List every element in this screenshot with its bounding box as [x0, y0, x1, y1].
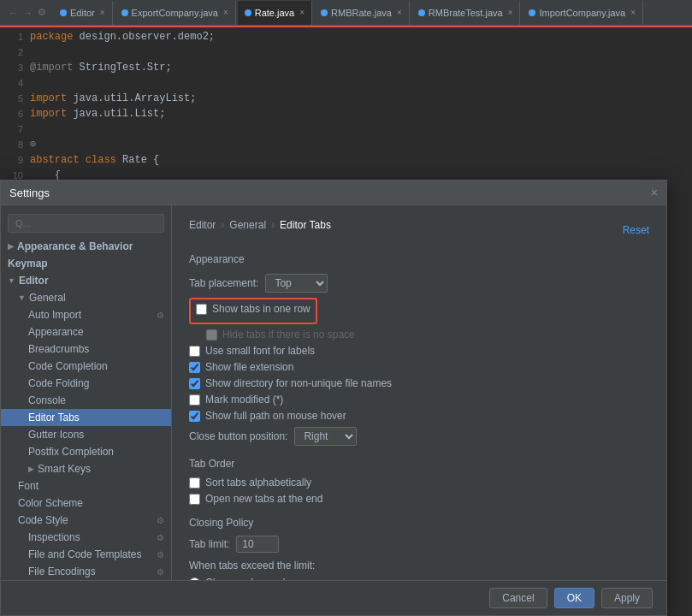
hide-tabs-row: Hide tabs if there is no space — [189, 329, 649, 341]
sidebar-item-font[interactable]: Font — [1, 477, 171, 495]
sort-alpha-checkbox[interactable] — [189, 477, 200, 489]
navigate-forward-icon[interactable]: → — [23, 8, 33, 18]
sort-alpha-row: Sort tabs alphabetically — [189, 477, 649, 489]
show-directory-label: Show directory for non-unique file names — [205, 377, 392, 389]
dialog-body: ▶ Appearance & Behavior Keymap ▼ Editor … — [1, 205, 666, 580]
tab-exportcompany[interactable]: ExportCompany.java × — [115, 1, 236, 25]
tab-rmbrate[interactable]: RMBRate.java × — [314, 1, 410, 25]
mark-modified-checkbox[interactable] — [189, 394, 200, 406]
sidebar-item-label: Smart Keys — [38, 463, 91, 475]
small-font-checkbox[interactable] — [189, 346, 200, 357]
exceed-limit-label: When tabs exceed the limit: — [189, 560, 315, 572]
tab-limit-row: Tab limit: — [189, 536, 649, 553]
tab-limit-input[interactable] — [236, 536, 279, 553]
sidebar-item-inspections[interactable]: Inspections ⚙ — [1, 529, 171, 546]
sidebar-item-label: Appearance & Behavior — [17, 240, 133, 252]
reset-button[interactable]: Reset — [623, 224, 649, 236]
open-new-end-checkbox[interactable] — [189, 494, 200, 505]
dialog-title: Settings — [9, 187, 50, 199]
settings-search-input[interactable] — [8, 214, 164, 233]
sidebar-item-label: Inspections — [28, 531, 80, 543]
cancel-button[interactable]: Cancel — [489, 588, 547, 608]
show-full-path-checkbox[interactable] — [189, 411, 200, 422]
tab-label: RMBRate.java — [331, 8, 392, 18]
closing-policy-title: Closing Policy — [189, 517, 649, 529]
dialog-footer: Cancel OK Apply — [1, 580, 666, 615]
sidebar-item-code-folding[interactable]: Code Folding — [1, 375, 171, 392]
tree-arrow-icon: ▼ — [8, 276, 15, 285]
sidebar-item-postfix-completion[interactable]: Postfix Completion — [1, 443, 171, 460]
appearance-section-title: Appearance — [189, 253, 649, 265]
close-tab-icon[interactable]: × — [223, 8, 228, 17]
show-directory-checkbox[interactable] — [189, 378, 200, 389]
hide-tabs-checkbox[interactable] — [206, 329, 217, 341]
sidebar-item-label: Editor — [19, 275, 49, 287]
close-tab-icon[interactable]: × — [508, 8, 513, 17]
sidebar-item-color-scheme[interactable]: Color Scheme — [1, 495, 171, 512]
sidebar-item-file-code-templates[interactable]: File and Code Templates ⚙ — [1, 546, 171, 563]
sidebar-item-label: Editor Tabs — [28, 412, 80, 424]
mark-modified-row: Mark modified (*) — [189, 394, 649, 406]
tab-order-title: Tab Order — [189, 458, 649, 470]
close-button-select[interactable]: Right Left Hidden — [294, 427, 357, 446]
close-tab-icon[interactable]: × — [397, 8, 402, 17]
dialog-close-button[interactable]: × — [651, 186, 658, 199]
sidebar-item-editor[interactable]: ▼ Editor — [1, 272, 171, 289]
settings-badge: ⚙ — [157, 533, 164, 542]
sidebar-item-label: Gutter Icons — [28, 429, 84, 441]
show-tabs-one-row-checkbox[interactable] — [196, 304, 207, 315]
sidebar-item-auto-import[interactable]: Auto Import ⚙ — [1, 306, 171, 323]
sidebar-item-breadcrumbs[interactable]: Breadcrumbs — [1, 341, 171, 358]
show-full-path-row: Show full path on mouse hover — [189, 410, 649, 422]
sidebar-item-code-style[interactable]: Code Style ⚙ — [1, 512, 171, 529]
close-button-row: Close button position: Right Left Hidden — [189, 427, 649, 446]
sidebar-item-gutter-icons[interactable]: Gutter Icons — [1, 426, 171, 443]
editor-tab-bar: ← → ⚙ Editor × ExportCompany.java × Rate… — [0, 0, 692, 26]
show-tabs-one-row-label: Show tabs in one row — [212, 303, 311, 315]
close-tab-icon[interactable]: × — [100, 8, 105, 17]
sidebar-item-console[interactable]: Console — [1, 392, 171, 409]
show-extension-row: Show file extension — [189, 361, 649, 373]
tab-rate[interactable]: Rate.java × — [238, 1, 312, 25]
show-tabs-one-row-row: Show tabs in one row — [196, 303, 311, 315]
sidebar-item-label: Auto Import — [28, 309, 81, 321]
sort-alpha-label: Sort tabs alphabetically — [205, 477, 311, 489]
sidebar-item-keymap[interactable]: Keymap — [1, 255, 171, 272]
code-editor: 1package design.observer.demo2; 2 3@impo… — [0, 26, 692, 180]
tab-label: ImportCompany.java — [539, 8, 625, 18]
sidebar-item-code-completion[interactable]: Code Completion — [1, 358, 171, 375]
tab-order-section: Tab Order Sort tabs alphabetically Open … — [189, 458, 649, 505]
tab-placement-select[interactable]: Top Bottom Left Right None — [265, 274, 328, 293]
apply-button[interactable]: Apply — [601, 588, 653, 608]
exceed-limit-label-row: When tabs exceed the limit: — [189, 560, 649, 572]
sidebar-item-appearance[interactable]: Appearance — [1, 323, 171, 341]
sidebar-item-file-encodings[interactable]: File Encodings ⚙ — [1, 563, 171, 580]
tab-limit-label: Tab limit: — [189, 538, 229, 550]
show-extension-checkbox[interactable] — [189, 362, 200, 373]
close-tab-icon[interactable]: × — [299, 8, 305, 17]
show-extension-label: Show file extension — [205, 361, 293, 373]
settings-badge: ⚙ — [157, 567, 164, 577]
tab-label: Editor — [70, 8, 95, 18]
breadcrumb: Editor › General › Editor Tabs — [189, 219, 331, 231]
navigate-back-icon[interactable]: ← — [9, 8, 18, 18]
close-tab-icon[interactable]: × — [630, 8, 636, 17]
breadcrumb-editor: Editor — [189, 219, 216, 231]
sidebar-item-general[interactable]: ▼ General — [1, 289, 171, 306]
sidebar-item-label: Code Style — [18, 514, 68, 526]
tab-testabstract[interactable]: Editor × — [53, 1, 113, 25]
tab-label: RMBrateTest.java — [429, 8, 503, 18]
sidebar-item-smart-keys[interactable]: ▶ Smart Keys — [1, 460, 171, 477]
tab-label: ExportCompany.java — [132, 8, 218, 18]
sidebar-item-label: General — [29, 292, 66, 304]
hide-tabs-label: Hide tabs if there is no space — [222, 329, 355, 341]
tab-importcompany[interactable]: ImportCompany.java × — [522, 1, 643, 25]
tab-label: Rate.java — [255, 8, 294, 18]
sidebar-item-appearance-behavior[interactable]: ▶ Appearance & Behavior — [1, 238, 171, 255]
settings-icon[interactable]: ⚙ — [38, 7, 46, 18]
ok-button[interactable]: OK — [554, 588, 594, 608]
sidebar-item-label: File Encodings — [28, 566, 96, 578]
sidebar-item-editor-tabs[interactable]: Editor Tabs — [1, 409, 171, 426]
sidebar-item-label: Code Completion — [28, 360, 108, 372]
tab-rmbratetest[interactable]: RMBrateTest.java × — [411, 1, 521, 25]
